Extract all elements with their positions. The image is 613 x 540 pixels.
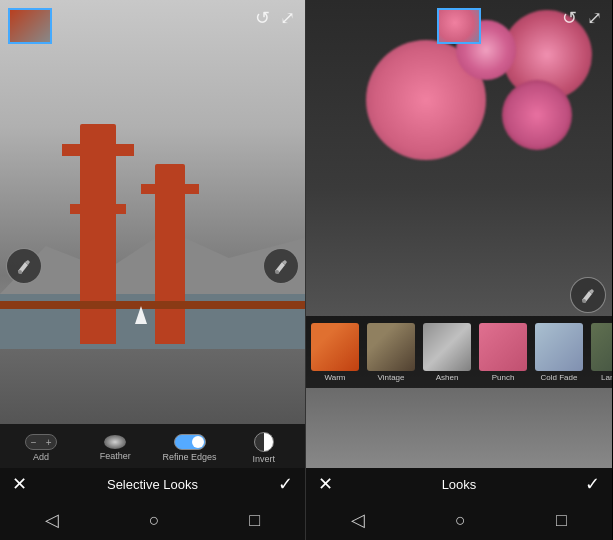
expand-icon-left[interactable]: ⤢ (280, 7, 295, 29)
refine-edges-label: Refine Edges (163, 452, 217, 462)
left-top-bar: ↺ ⤢ (0, 0, 305, 36)
invert-label: Invert (253, 454, 276, 464)
right-photo-area: Warm Vintage Ashen Punch (306, 0, 612, 468)
bridge-photo (0, 0, 305, 424)
recent-button-left[interactable]: □ (249, 510, 260, 531)
look-thumb-vintage (367, 323, 415, 371)
look-thumb-img-ashen (423, 323, 471, 371)
minus-icon[interactable]: − (31, 437, 37, 448)
refine-edges-toggle[interactable] (174, 434, 206, 450)
look-item-warm[interactable]: Warm (308, 323, 362, 382)
look-thumb-ashen (423, 323, 471, 371)
svg-point-1 (275, 270, 279, 274)
left-photo-area (0, 0, 305, 424)
brush-tool-right-left-panel[interactable] (263, 248, 299, 284)
back-button-left[interactable]: ◁ (45, 509, 59, 531)
look-thumb-warm (311, 323, 359, 371)
add-control[interactable]: − + Add (14, 434, 68, 462)
confirm-button-right[interactable]: ✓ (585, 473, 600, 495)
feather-label: Feather (100, 451, 131, 461)
look-label-vintage: Vintage (378, 373, 405, 382)
right-title-bar: ✕ Looks ✓ (306, 468, 612, 500)
feather-blob (104, 435, 126, 449)
sail (135, 306, 147, 324)
invert-icon[interactable] (254, 432, 274, 452)
right-nav-bar: ◁ ○ □ (306, 500, 612, 540)
look-thumb-img-warm (311, 323, 359, 371)
add-pill[interactable]: − + (25, 434, 57, 450)
home-button-right[interactable]: ○ (455, 510, 466, 531)
brush-icon-left (15, 257, 33, 275)
look-item-vintage[interactable]: Vintage (364, 323, 418, 382)
look-thumb-img-punch (479, 323, 527, 371)
right-top-bar: ↺ ⤢ (306, 0, 612, 36)
look-label-punch: Punch (492, 373, 515, 382)
bridge-tower-left (80, 124, 116, 344)
invert-control[interactable]: Invert (237, 432, 291, 464)
brush-icon-right-panel (579, 286, 597, 304)
bridge-tower-right (155, 164, 185, 344)
controls-row: − + Add Feather Refine Edges Invert (4, 432, 301, 464)
undo-icon-left[interactable]: ↺ (255, 7, 270, 29)
left-nav-bar: ◁ ○ □ (0, 500, 305, 540)
svg-point-2 (582, 299, 586, 303)
look-thumb-img-vintage (367, 323, 415, 371)
look-thumb-punch (479, 323, 527, 371)
right-panel-title: Looks (442, 477, 477, 492)
look-label-warm: Warm (324, 373, 345, 382)
look-thumb-img-landsc (591, 323, 612, 371)
bridge-deck (0, 301, 305, 309)
cancel-button-left[interactable]: ✕ (12, 473, 27, 495)
brush-icon-right (272, 257, 290, 275)
left-panel: ↺ ⤢ (0, 0, 306, 540)
look-label-landsc: Landsc. (601, 373, 612, 382)
mountain-bg (0, 214, 305, 294)
home-button-left[interactable]: ○ (149, 510, 160, 531)
toggle-knob (192, 436, 204, 448)
look-item-punch[interactable]: Punch (476, 323, 530, 382)
look-label-coldfade: Cold Fade (541, 373, 578, 382)
look-item-coldfade[interactable]: Cold Fade (532, 323, 586, 382)
left-title-bar: ✕ Selective Looks ✓ (0, 468, 305, 500)
right-panel: ↺ ⤢ Wa (306, 0, 612, 540)
svg-point-0 (18, 270, 22, 274)
recent-button-right[interactable]: □ (556, 510, 567, 531)
confirm-button-left[interactable]: ✓ (278, 473, 293, 495)
sailboat (135, 306, 147, 324)
left-panel-title: Selective Looks (107, 477, 198, 492)
flowers-photo (306, 0, 612, 468)
undo-icon-right[interactable]: ↺ (562, 7, 577, 29)
plus-icon[interactable]: + (46, 437, 52, 448)
look-item-ashen[interactable]: Ashen (420, 323, 474, 382)
look-thumb-landsc (591, 323, 612, 371)
brush-tool-left[interactable] (6, 248, 42, 284)
refine-edges-control[interactable]: Refine Edges (163, 434, 217, 462)
expand-icon-right[interactable]: ⤢ (587, 7, 602, 29)
add-label: Add (33, 452, 49, 462)
looks-strip[interactable]: Warm Vintage Ashen Punch (306, 316, 612, 388)
look-thumb-img-coldfade (535, 323, 583, 371)
back-button-right[interactable]: ◁ (351, 509, 365, 531)
look-label-ashen: Ashen (436, 373, 459, 382)
brush-tool-right-panel[interactable] (570, 277, 606, 313)
look-item-landsc[interactable]: Landsc. (588, 323, 612, 382)
controls-bar-left: − + Add Feather Refine Edges Invert (0, 424, 305, 468)
look-thumb-coldfade (535, 323, 583, 371)
feather-control[interactable]: Feather (88, 435, 142, 461)
cancel-button-right[interactable]: ✕ (318, 473, 333, 495)
flower-3 (502, 80, 572, 150)
